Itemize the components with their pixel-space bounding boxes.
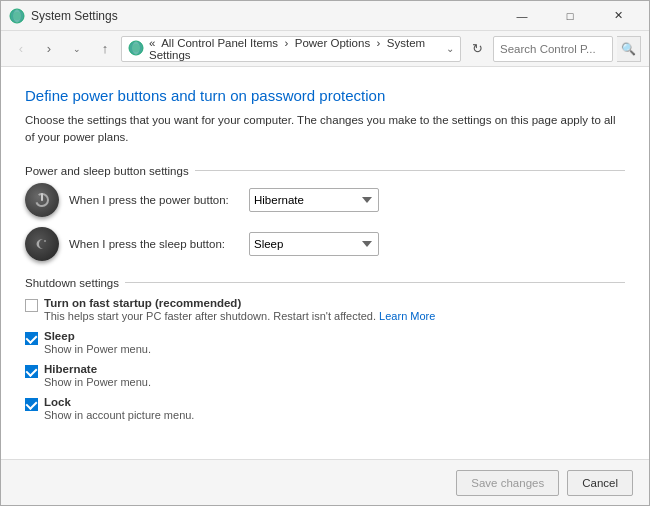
sleep-button-row: When I press the sleep button: Do nothin…: [25, 227, 625, 261]
cancel-button[interactable]: Cancel: [567, 470, 633, 496]
power-button-dropdown[interactable]: Do nothing Sleep Hibernate Shut down Tur…: [249, 188, 379, 212]
sleep-button-label: When I press the sleep button:: [69, 238, 239, 250]
power-sleep-section: Power and sleep button settings When I p…: [25, 165, 625, 261]
lock-content: Lock Show in account picture menu.: [44, 396, 194, 421]
refresh-button[interactable]: ↻: [465, 37, 489, 61]
search-button[interactable]: 🔍: [617, 36, 641, 62]
forward-button[interactable]: ›: [37, 37, 61, 61]
breadcrumb-chevron-icon: ⌄: [446, 43, 454, 54]
back-button[interactable]: ‹: [9, 37, 33, 61]
address-bar: ‹ › ⌄ ↑ « All Control Panel Items › Powe…: [1, 31, 649, 67]
power-button-label: When I press the power button:: [69, 194, 239, 206]
sleep-icon: [25, 227, 59, 261]
hibernate-content: Hibernate Show in Power menu.: [44, 363, 151, 388]
lock-label: Lock: [44, 396, 194, 408]
close-button[interactable]: ✕: [595, 1, 641, 31]
sleep-label: Sleep: [44, 330, 151, 342]
fast-startup-label: Turn on fast startup (recommended): [44, 297, 435, 309]
title-bar: System Settings — □ ✕: [1, 1, 649, 31]
svg-point-6: [44, 240, 46, 242]
fast-startup-row: Turn on fast startup (recommended) This …: [25, 297, 625, 322]
hibernate-checkbox[interactable]: [25, 365, 38, 378]
hibernate-label: Hibernate: [44, 363, 151, 375]
lock-desc: Show in account picture menu.: [44, 409, 194, 421]
breadcrumb-icon: [128, 40, 144, 58]
power-sleep-section-label: Power and sleep button settings: [25, 165, 625, 177]
hibernate-desc: Show in Power menu.: [44, 376, 151, 388]
learn-more-link[interactable]: Learn More: [379, 310, 435, 322]
save-changes-button[interactable]: Save changes: [456, 470, 559, 496]
shutdown-section-label: Shutdown settings: [25, 277, 625, 289]
dropdown-button[interactable]: ⌄: [65, 37, 89, 61]
sleep-checkbox[interactable]: [25, 332, 38, 345]
up-button[interactable]: ↑: [93, 37, 117, 61]
footer: Save changes Cancel: [1, 459, 649, 505]
window-icon: [9, 8, 25, 24]
lock-row: Lock Show in account picture menu.: [25, 396, 625, 421]
sleep-button-dropdown[interactable]: Do nothing Sleep Hibernate Shut down: [249, 232, 379, 256]
power-icon: [25, 183, 59, 217]
shutdown-section: Shutdown settings Turn on fast startup (…: [25, 277, 625, 421]
fast-startup-desc: This helps start your PC faster after sh…: [44, 310, 435, 322]
minimize-button[interactable]: —: [499, 1, 545, 31]
sleep-content: Sleep Show in Power menu.: [44, 330, 151, 355]
fast-startup-content: Turn on fast startup (recommended) This …: [44, 297, 435, 322]
page-description: Choose the settings that you want for yo…: [25, 112, 625, 147]
maximize-button[interactable]: □: [547, 1, 593, 31]
power-button-row: When I press the power button: Do nothin…: [25, 183, 625, 217]
sleep-row: Sleep Show in Power menu.: [25, 330, 625, 355]
lock-checkbox[interactable]: [25, 398, 38, 411]
breadcrumb[interactable]: « All Control Panel Items › Power Option…: [121, 36, 461, 62]
window-controls: — □ ✕: [499, 1, 641, 31]
hibernate-row: Hibernate Show in Power menu.: [25, 363, 625, 388]
main-content: Define power buttons and turn on passwor…: [1, 67, 649, 459]
fast-startup-checkbox[interactable]: [25, 299, 38, 312]
page-title: Define power buttons and turn on passwor…: [25, 87, 625, 104]
breadcrumb-text: « All Control Panel Items › Power Option…: [149, 37, 446, 61]
sleep-desc: Show in Power menu.: [44, 343, 151, 355]
search-input[interactable]: [493, 36, 613, 62]
main-window: System Settings — □ ✕ ‹ › ⌄ ↑ « All Cont…: [0, 0, 650, 506]
window-title: System Settings: [31, 9, 499, 23]
